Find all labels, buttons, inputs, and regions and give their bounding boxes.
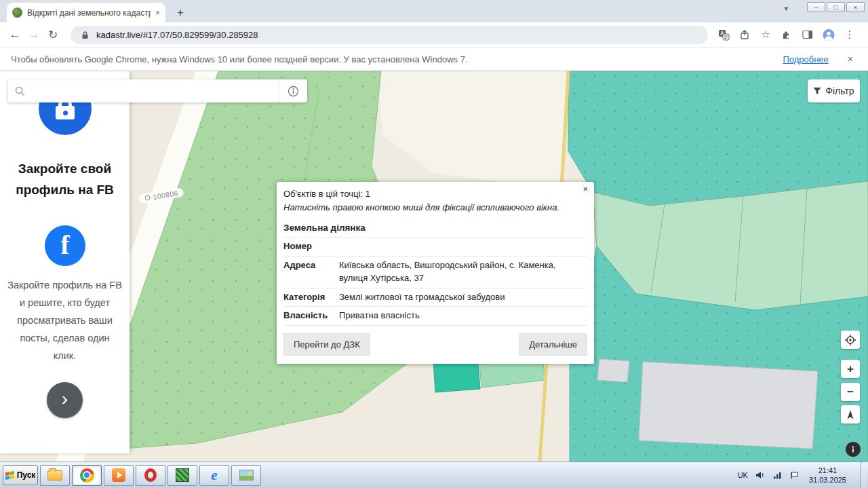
green-app-icon	[176, 468, 189, 482]
network-signal-icon[interactable]	[773, 471, 783, 479]
show-desktop-button[interactable]	[861, 462, 867, 488]
start-label: Пуск	[17, 470, 36, 480]
new-tab-button[interactable]: +	[172, 5, 189, 21]
row-label: Власність	[283, 307, 339, 326]
window-controls: – □ ×	[807, 2, 865, 12]
translate-icon[interactable]	[717, 29, 730, 41]
popup-buttons: Перейти до ДЗК Детальніше	[283, 333, 587, 356]
map-search-bar	[8, 79, 307, 102]
taskbar-app-ie[interactable]: e	[199, 465, 229, 486]
search-icon	[15, 86, 25, 96]
internet-explorer-icon: e	[211, 468, 217, 483]
filter-button[interactable]: Фільтр	[808, 79, 860, 102]
popup-section-title: Земельна ділянка	[283, 223, 587, 233]
url-text: kadastr.live/#17.07/50.829599/30.285928	[96, 30, 258, 40]
facebook-icon[interactable]: f	[45, 225, 85, 266]
forward-button[interactable]: →	[24, 28, 43, 41]
row-value	[339, 238, 587, 257]
funnel-icon	[813, 87, 821, 95]
speaker-icon[interactable]	[755, 470, 766, 480]
media-player-icon	[112, 468, 125, 482]
notification-close-icon[interactable]: ×	[848, 54, 853, 64]
table-row: Власність Приватна власність	[283, 307, 587, 326]
taskbar-app-opera[interactable]	[136, 465, 165, 486]
action-center-flag-icon[interactable]	[790, 471, 799, 480]
ad-sidebar: Закройте свой профиль на FB f Закройте п…	[0, 71, 130, 453]
lock-icon[interactable]	[79, 29, 91, 41]
back-button[interactable]: ←	[5, 28, 24, 41]
chrome-icon	[80, 468, 94, 483]
zoom-in-button[interactable]: +	[841, 360, 860, 378]
restore-button[interactable]: □	[827, 2, 845, 12]
parcel-popup: × Об'єктів в цій точці: 1 Натисніть прав…	[277, 182, 594, 364]
tab-strip: Відкриті дані земельного кадастр × + ▾ –…	[0, 0, 868, 22]
taskbar-app-image-viewer[interactable]	[231, 465, 261, 486]
compass-button[interactable]	[841, 405, 860, 424]
browser-tab[interactable]: Відкриті дані земельного кадастр ×	[7, 3, 165, 22]
row-label: Адреса	[283, 256, 339, 288]
tab-favicon	[12, 7, 22, 18]
clock-time: 21:41	[809, 466, 846, 475]
side-panel-icon[interactable]	[802, 29, 814, 41]
details-button[interactable]: Детальніше	[519, 333, 587, 356]
opera-icon	[144, 468, 157, 482]
taskbar-clock[interactable]: 21:41 31.03.2025	[809, 466, 846, 485]
filter-label: Фільтр	[825, 86, 854, 96]
windows-flag-icon	[5, 471, 14, 480]
close-window-button[interactable]: ×	[846, 2, 865, 12]
row-value: Приватна власність	[339, 307, 587, 326]
ad-title: Закройте свой профиль на FB	[0, 158, 130, 200]
row-label: Номер	[283, 238, 339, 257]
tab-title: Відкриті дані земельного кадастр	[27, 8, 151, 18]
search-info-button[interactable]	[279, 79, 307, 102]
browser-toolbar: ← → ↻ kadastr.live/#17.07/50.829599/30.2…	[0, 22, 868, 48]
toolbar-icons: ☆ ⋮	[717, 29, 856, 41]
row-label: Категорія	[283, 288, 339, 307]
start-button[interactable]: Пуск	[3, 465, 38, 485]
taskbar-app-explorer[interactable]	[40, 465, 70, 486]
row-value: Землі житлової та громадської забудови	[339, 288, 587, 307]
share-icon[interactable]	[738, 29, 751, 41]
windows-taskbar: Пуск e UK 21:41 31.03.2025	[0, 462, 868, 488]
table-row: Адреса Київська область, Вишгородський р…	[283, 256, 587, 288]
parcel-table: Номер Адреса Київська область, Вишгородс…	[283, 237, 587, 326]
cadastre-map[interactable]: О-100806 Закройте свой профиль на FB f З…	[0, 71, 868, 462]
table-row: Номер	[283, 238, 587, 257]
menu-dots-icon[interactable]: ⋮	[844, 29, 856, 41]
table-row: Категорія Землі житлової та громадської …	[283, 288, 587, 307]
address-bar[interactable]: kadastr.live/#17.07/50.829599/30.285928	[71, 26, 708, 44]
extensions-puzzle-icon[interactable]	[781, 29, 793, 41]
ad-body-text: Закройте профиль на FB и решите, кто буд…	[0, 276, 130, 364]
taskbar-app-chrome[interactable]	[72, 465, 102, 486]
taskbar-app-media-player[interactable]	[104, 465, 134, 486]
zoom-out-button[interactable]: −	[841, 383, 860, 401]
clock-date: 31.03.2025	[809, 475, 846, 485]
map-info-button[interactable]	[846, 442, 861, 457]
screen: Відкриті дані земельного кадастр × + ▾ –…	[0, 0, 868, 488]
update-notification-bar: Чтобы обновлять Google Chrome, нужна Win…	[0, 48, 868, 71]
goto-dzk-button[interactable]: Перейти до ДЗК	[283, 333, 370, 356]
system-tray: UK 21:41 31.03.2025	[738, 462, 867, 488]
minimize-button[interactable]: –	[807, 2, 825, 12]
search-input[interactable]	[32, 79, 279, 102]
image-viewer-icon	[239, 470, 254, 481]
refresh-button[interactable]: ↻	[43, 28, 62, 42]
popup-count-line: Об'єктів в цій точці: 1	[283, 189, 587, 199]
tab-close-icon[interactable]: ×	[155, 8, 160, 18]
folder-icon	[47, 470, 62, 481]
language-indicator[interactable]: UK	[738, 471, 748, 479]
popup-hint: Натисніть правою кнопкою миші для фіксац…	[283, 202, 587, 212]
chevron-down-icon[interactable]: ▾	[784, 4, 788, 13]
bookmark-star-icon[interactable]: ☆	[760, 29, 772, 41]
row-value: Київська область, Вишгородський район, с…	[339, 256, 587, 288]
popup-close-icon[interactable]: ×	[583, 184, 588, 194]
geolocate-button[interactable]	[841, 331, 860, 349]
taskbar-app-green[interactable]	[167, 465, 197, 486]
ad-next-button[interactable]: ›	[47, 382, 83, 418]
notification-details-link[interactable]: Подробнее	[783, 54, 828, 64]
notification-text: Чтобы обновлять Google Chrome, нужна Win…	[11, 54, 468, 64]
profile-avatar[interactable]	[823, 29, 835, 41]
